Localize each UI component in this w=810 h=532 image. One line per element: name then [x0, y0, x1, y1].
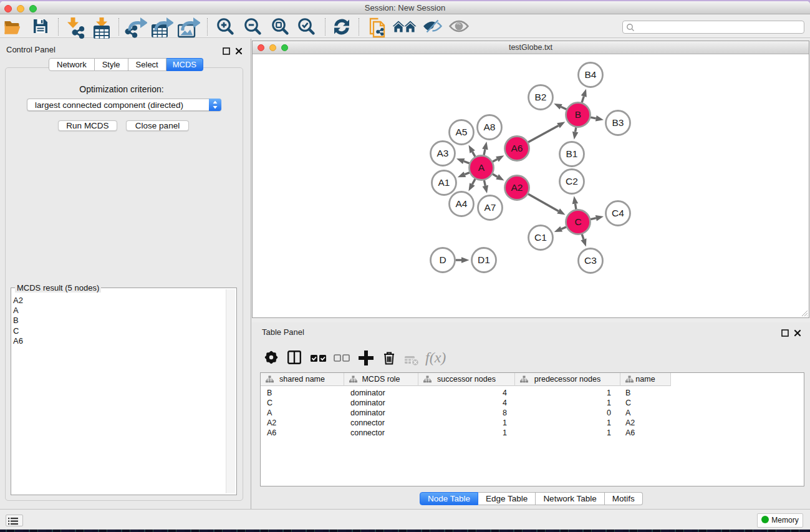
svg-text:D1: D1: [478, 254, 490, 265]
svg-text:B: B: [575, 109, 581, 120]
svg-text:C1: C1: [534, 232, 547, 243]
svg-text:A6: A6: [511, 143, 523, 153]
svg-text:A: A: [478, 162, 485, 173]
svg-text:A2: A2: [511, 182, 523, 193]
svg-text:B2: B2: [535, 92, 547, 102]
svg-text:C3: C3: [584, 255, 597, 266]
svg-text:B1: B1: [566, 148, 578, 159]
svg-text:C2: C2: [566, 176, 578, 186]
svg-text:A8: A8: [484, 122, 496, 132]
svg-text:A3: A3: [437, 148, 449, 158]
svg-text:B3: B3: [612, 117, 624, 128]
svg-text:A7: A7: [485, 202, 496, 213]
svg-text:A4: A4: [456, 198, 468, 209]
svg-text:C: C: [574, 216, 581, 227]
svg-text:f(x): f(x): [425, 350, 446, 365]
svg-text:B4: B4: [585, 69, 597, 80]
svg-text:C4: C4: [612, 208, 624, 218]
svg-text:A1: A1: [438, 177, 450, 188]
svg-text:A5: A5: [456, 127, 468, 137]
svg-text:D: D: [439, 254, 446, 265]
